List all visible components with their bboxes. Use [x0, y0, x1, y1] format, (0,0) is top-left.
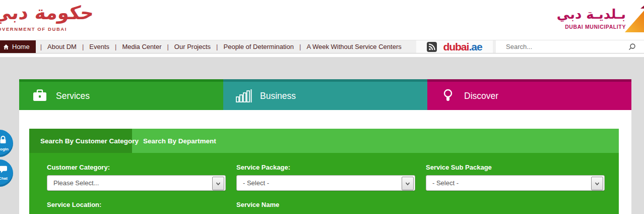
tab-services[interactable]: Services	[19, 79, 223, 110]
tab-label: Services	[56, 91, 90, 101]
service-location-field: Service Location:	[47, 201, 226, 212]
selected-value: - Select -	[432, 176, 459, 190]
service-sub-package-label: Service Sub Package	[426, 164, 605, 171]
chat-icon	[0, 166, 8, 176]
tab-business[interactable]: Business	[223, 79, 427, 110]
customer-category-select[interactable]: Please Select...	[47, 175, 226, 191]
top-navbar: Home | About DM | Events | Media Center …	[0, 40, 644, 54]
selected-value: Please Select...	[53, 176, 99, 190]
rss-icon	[427, 42, 437, 52]
nav-item-people-of-determination[interactable]: People of Determination	[223, 43, 295, 50]
rss-button[interactable]	[427, 42, 437, 52]
nav-separator: |	[299, 43, 301, 50]
dubai-municipality-triangle-icon	[625, 2, 644, 32]
chevron-down-icon[interactable]	[402, 177, 414, 190]
nav-links: Home | About DM | Events | Media Center …	[0, 40, 471, 53]
nav-item-home[interactable]: Home	[0, 40, 36, 53]
government-of-dubai-logo[interactable]: حكومة دبي GOVERNMENT OF DUBAI	[0, 1, 94, 32]
nav-item-events[interactable]: Events	[88, 43, 110, 50]
search-panel-tabs: Search By Customer Category Search By De…	[29, 129, 619, 153]
service-name-label: Service Name	[236, 201, 415, 208]
chevron-down-icon[interactable]	[591, 177, 603, 190]
search-box	[496, 40, 644, 53]
service-package-select[interactable]: - Select -	[236, 175, 415, 191]
chevron-down-icon[interactable]	[212, 177, 224, 190]
category-tabs: Services Business Discover	[19, 79, 631, 110]
bar-chart-icon	[235, 89, 252, 102]
search-input[interactable]	[496, 40, 644, 53]
search-panel-body: Customer Category: Please Select... Serv…	[29, 153, 619, 214]
tab-search-by-customer-category[interactable]: Search By Customer Category	[29, 129, 132, 153]
nav-separator: |	[115, 43, 116, 50]
dubai-ae-blue-part: .ae	[469, 41, 482, 52]
customer-category-field: Customer Category: Please Select...	[47, 164, 226, 191]
dubai-municipality-caption: DUBAI MUNICIPALITY	[557, 24, 626, 30]
nav-separator: |	[216, 43, 218, 50]
government-of-dubai-arabic-calligraphy: حكومة دبي	[0, 1, 95, 25]
site-header: حكومة دبي GOVERNMENT OF DUBAI بـلديـة دب…	[0, 0, 644, 40]
tab-label: Discover	[464, 91, 498, 101]
customer-category-label: Customer Category:	[47, 164, 226, 171]
briefcase-icon	[31, 89, 48, 102]
nav-item-label: Home	[12, 43, 30, 50]
dubai-ae-logo[interactable]: dubai.ae	[443, 42, 482, 52]
dubai-municipality-logo[interactable]: بـلديـة دبي DUBAI MUNICIPALITY	[557, 5, 626, 30]
nav-separator: |	[40, 43, 42, 50]
search-icon[interactable]	[628, 43, 636, 51]
dubai-ae-red-part: dubai	[443, 41, 469, 52]
nav-item-week-without-service-centers[interactable]: A Week Without Service Centers	[305, 43, 402, 50]
lightbulb-icon	[439, 89, 457, 103]
padlock-icon	[0, 135, 7, 146]
service-location-label: Service Location:	[47, 201, 226, 208]
nav-item-our-projects[interactable]: Our Projects	[173, 43, 212, 50]
service-sub-package-select[interactable]: - Select -	[426, 175, 605, 191]
nav-item-media-center[interactable]: Media Center	[121, 43, 162, 50]
nav-item-about-dm[interactable]: About DM	[46, 43, 78, 50]
home-icon	[3, 44, 9, 50]
tab-label: Business	[260, 91, 296, 101]
selected-value: - Select -	[243, 176, 269, 190]
dubai-municipality-arabic-text: بـلديـة دبي	[557, 5, 626, 23]
nav-separator: |	[167, 43, 168, 50]
government-of-dubai-caption: GOVERNMENT OF DUBAI	[0, 26, 94, 32]
tab-discover[interactable]: Discover	[427, 79, 631, 110]
service-name-field: Service Name	[236, 201, 415, 212]
tab-search-by-department[interactable]: Search By Department	[132, 129, 227, 153]
nav-utility-area: dubai.ae	[416, 40, 493, 53]
service-sub-package-field: Service Sub Package - Select -	[426, 164, 605, 191]
service-package-field: Service Package: - Select -	[236, 164, 415, 191]
floating-button-label: Login	[0, 147, 9, 151]
service-package-label: Service Package:	[236, 164, 415, 171]
floating-button-label: Chat	[0, 176, 8, 181]
nav-separator: |	[82, 43, 84, 50]
